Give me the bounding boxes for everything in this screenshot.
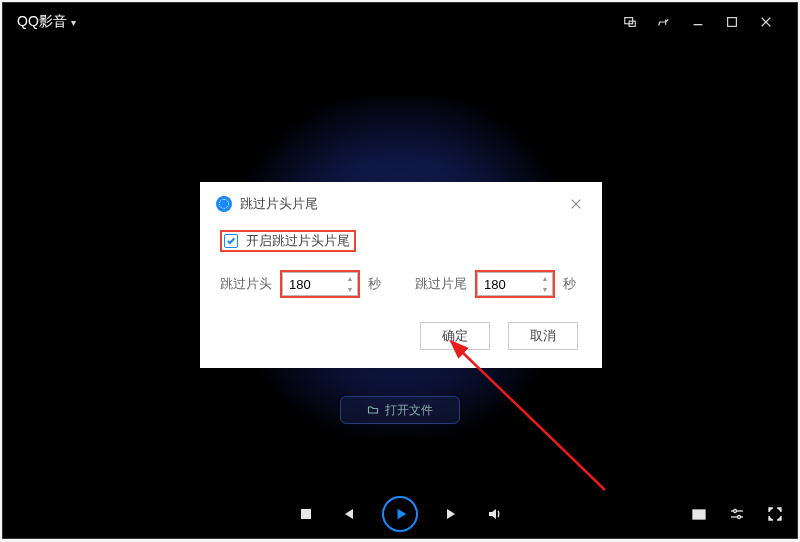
checkbox-icon xyxy=(224,234,238,248)
minimize-button[interactable] xyxy=(681,7,715,37)
snapshot-icon[interactable] xyxy=(691,506,707,522)
svg-rect-6 xyxy=(301,509,311,519)
play-button[interactable] xyxy=(382,496,418,532)
skip-head-step-down[interactable]: ▼ xyxy=(344,284,356,295)
open-file-button[interactable]: 打开文件 xyxy=(340,396,460,424)
skip-tail-step-down[interactable]: ▼ xyxy=(539,284,551,295)
maximize-button[interactable] xyxy=(715,7,749,37)
next-button[interactable] xyxy=(444,506,460,522)
app-name: QQ影音 xyxy=(17,13,67,31)
close-button[interactable] xyxy=(749,7,783,37)
open-file-label: 打开文件 xyxy=(385,402,433,419)
prev-button[interactable] xyxy=(340,506,356,522)
skip-head-label: 跳过片头 xyxy=(220,275,272,293)
svg-point-12 xyxy=(738,516,741,519)
titlebar: QQ影音 ▾ xyxy=(3,3,797,41)
dialog-close-button[interactable] xyxy=(566,194,586,214)
skip-tail-label: 跳过片尾 xyxy=(415,275,467,293)
chevron-down-icon: ▾ xyxy=(71,17,76,28)
app-title-dropdown[interactable]: QQ影音 ▾ xyxy=(17,13,76,31)
control-bar xyxy=(3,490,797,538)
mini-mode-icon[interactable] xyxy=(613,7,647,37)
svg-point-8 xyxy=(702,511,704,513)
volume-button[interactable] xyxy=(486,506,502,522)
enable-skip-checkbox[interactable]: 开启跳过片头片尾 xyxy=(220,230,356,252)
stop-button[interactable] xyxy=(298,506,314,522)
pin-icon[interactable] xyxy=(647,7,681,37)
folder-icon xyxy=(367,404,379,416)
dialog-title: 跳过片头片尾 xyxy=(240,195,318,213)
skip-intro-dialog: 跳过片头片尾 开启跳过片头片尾 跳过片头 ▲ ▼ 秒 跳过片尾 xyxy=(200,182,602,368)
fullscreen-icon[interactable] xyxy=(767,506,783,522)
svg-point-11 xyxy=(734,510,737,513)
cancel-button[interactable]: 取消 xyxy=(508,322,578,350)
seconds-label-2: 秒 xyxy=(563,275,576,293)
dialog-header: 跳过片头片尾 xyxy=(200,182,602,222)
skip-head-step-up[interactable]: ▲ xyxy=(344,273,356,284)
ok-button[interactable]: 确定 xyxy=(420,322,490,350)
dialog-app-icon xyxy=(216,196,232,212)
settings-icon[interactable] xyxy=(729,506,745,522)
seconds-label-1: 秒 xyxy=(368,275,381,293)
skip-tail-step-up[interactable]: ▲ xyxy=(539,273,551,284)
enable-skip-label: 开启跳过片头片尾 xyxy=(246,232,350,250)
svg-rect-3 xyxy=(728,18,737,27)
